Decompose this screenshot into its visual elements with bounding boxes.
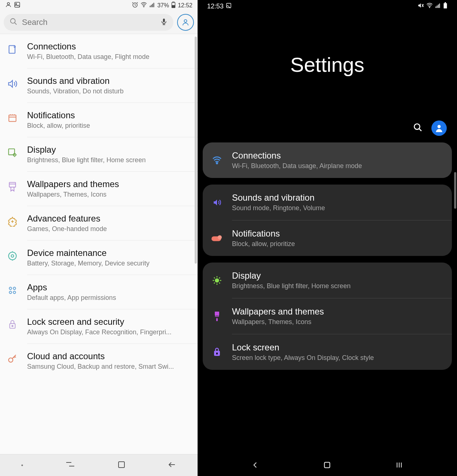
svg-rect-8 <box>153 3 154 7</box>
recents-button[interactable] <box>65 461 75 470</box>
home-button[interactable] <box>323 461 331 471</box>
setting-item-lock-screen-and-security[interactable]: Lock screen and security Always On Displ… <box>0 309 198 343</box>
search-input[interactable] <box>22 18 156 27</box>
setting-title: Lock screen and security <box>27 317 191 327</box>
setting-title: Sounds and vibration <box>27 76 191 86</box>
svg-point-43 <box>215 278 219 283</box>
setting-text: Wallpapers and themes Wallpapers, Themes… <box>27 179 191 198</box>
home-button[interactable] <box>117 461 126 470</box>
setting-subtitle: Brightness, Blue light filter, Home scre… <box>27 156 177 164</box>
phone-light: 37% 12:52 Connections Wi-Fi, Bluetooth, … <box>0 0 198 476</box>
setting-item-sounds-and-vibration[interactable]: Sounds and vibration Sound mode, Rington… <box>203 185 452 220</box>
setting-item-wallpapers-and-themes[interactable]: Wallpapers and themes Wallpapers, Themes… <box>203 298 452 334</box>
setting-subtitle: Block, allow, prioritize <box>232 240 443 248</box>
setting-item-display[interactable]: Display Brightness, Blue light filter, H… <box>0 137 198 171</box>
status-bar: 37% 12:52 <box>0 0 198 11</box>
setting-icon <box>7 78 18 90</box>
setting-subtitle: Sounds, Vibration, Do not disturb <box>27 88 177 95</box>
setting-item-apps[interactable]: Apps Default apps, App permissions <box>0 275 198 309</box>
setting-text: Connections Wi-Fi, Bluetooth, Data usage… <box>27 41 191 61</box>
search-row <box>0 11 198 34</box>
setting-title: Notifications <box>27 110 191 120</box>
setting-icon <box>7 353 18 365</box>
svg-rect-32 <box>435 6 436 8</box>
battery-icon <box>171 1 176 10</box>
nav-dot-icon: • <box>21 462 23 469</box>
setting-text: Apps Default apps, App permissions <box>27 282 191 302</box>
mic-icon[interactable] <box>160 18 168 27</box>
setting-text: Lock screen Screen lock type, Always On … <box>232 342 443 362</box>
recents-button[interactable] <box>396 461 403 470</box>
svg-point-39 <box>438 125 441 128</box>
setting-item-connections[interactable]: Connections Wi-Fi, Bluetooth, Data usage… <box>203 142 452 178</box>
setting-subtitle: Block, allow, prioritise <box>27 122 177 130</box>
setting-icon <box>7 216 18 227</box>
lock-icon <box>211 347 222 358</box>
setting-item-notifications[interactable]: Notifications Block, allow, prioritize <box>203 220 452 256</box>
setting-title: Device maintenance <box>27 248 191 258</box>
setting-item-lock-screen[interactable]: Lock screen Screen lock type, Always On … <box>203 334 452 370</box>
svg-point-22 <box>9 287 11 290</box>
setting-title: Connections <box>232 150 443 161</box>
svg-rect-11 <box>172 5 175 7</box>
setting-title: Wallpapers and themes <box>27 179 191 189</box>
setting-item-display[interactable]: Display Brightness, Blue light filter, H… <box>203 263 452 298</box>
setting-text: Cloud and accounts Samsung Cloud, Backup… <box>27 351 191 371</box>
toolbar <box>198 117 457 142</box>
setting-icon <box>7 112 18 124</box>
svg-rect-6 <box>151 5 152 7</box>
setting-title: Apps <box>27 282 191 293</box>
settings-list: Connections Wi-Fi, Bluetooth, Data usage… <box>198 142 457 455</box>
svg-point-31 <box>429 7 430 8</box>
nav-bar: • <box>0 454 198 476</box>
svg-rect-19 <box>9 182 15 187</box>
setting-item-device-maintenance[interactable]: Device maintenance Battery, Storage, Mem… <box>0 241 198 275</box>
setting-item-advanced-features[interactable]: Advanced features Games, One-handed mode <box>0 206 198 240</box>
setting-item-wallpapers-and-themes[interactable]: Wallpapers and themes Wallpapers, Themes… <box>0 172 198 206</box>
settings-list: Connections Wi-Fi, Bluetooth, Data usage… <box>0 34 198 454</box>
search-button[interactable] <box>413 123 423 134</box>
search-icon <box>10 18 18 27</box>
back-button[interactable] <box>252 461 259 470</box>
svg-point-24 <box>9 291 11 294</box>
wifi-icon <box>426 2 433 11</box>
scrollbar[interactable] <box>195 37 197 264</box>
svg-rect-30 <box>226 3 231 8</box>
setting-subtitle: Wi-Fi, Bluetooth, Data usage, Airplane m… <box>232 162 443 170</box>
setting-text: Sounds and vibration Sound mode, Rington… <box>232 193 443 212</box>
setting-icon <box>7 285 18 296</box>
alarm-icon <box>132 1 138 10</box>
setting-icon <box>7 250 18 262</box>
contact-icon <box>5 1 12 10</box>
setting-subtitle: Wallpapers, Themes, Icons <box>232 318 443 326</box>
setting-item-cloud-and-accounts[interactable]: Cloud and accounts Samsung Cloud, Backup… <box>0 344 198 378</box>
profile-button[interactable] <box>177 14 194 31</box>
setting-title: Notifications <box>232 228 443 239</box>
svg-point-4 <box>143 7 144 7</box>
brush-icon <box>211 311 222 322</box>
setting-text: Notifications Block, allow, prioritize <box>232 228 443 248</box>
search-box[interactable] <box>4 14 173 31</box>
settings-group: Sounds and vibration Sound mode, Rington… <box>203 185 452 256</box>
setting-text: Advanced features Games, One-handed mode <box>27 213 191 233</box>
setting-icon <box>7 147 18 159</box>
setting-item-notifications[interactable]: Notifications Block, allow, prioritise <box>0 103 198 137</box>
setting-subtitle: Sound mode, Ringtone, Volume <box>232 204 443 212</box>
svg-rect-45 <box>216 318 218 321</box>
sound-icon <box>211 197 222 208</box>
svg-rect-33 <box>437 5 438 8</box>
setting-text: Connections Wi-Fi, Bluetooth, Data usage… <box>232 150 443 170</box>
back-button[interactable] <box>168 461 176 470</box>
setting-item-connections[interactable]: Connections Wi-Fi, Bluetooth, Data usage… <box>0 34 198 68</box>
setting-item-sounds-and-vibration[interactable]: Sounds and vibration Sounds, Vibration, … <box>0 68 198 103</box>
svg-point-2 <box>16 3 17 4</box>
status-time: 12:53 <box>207 3 224 10</box>
svg-rect-16 <box>9 115 16 121</box>
svg-rect-47 <box>216 353 218 354</box>
profile-button[interactable] <box>431 120 447 136</box>
svg-rect-10 <box>173 1 174 3</box>
setting-title: Advanced features <box>27 213 191 224</box>
scrollbar[interactable] <box>454 172 456 209</box>
setting-subtitle: Default apps, App permissions <box>27 294 177 302</box>
setting-title: Display <box>27 145 191 155</box>
